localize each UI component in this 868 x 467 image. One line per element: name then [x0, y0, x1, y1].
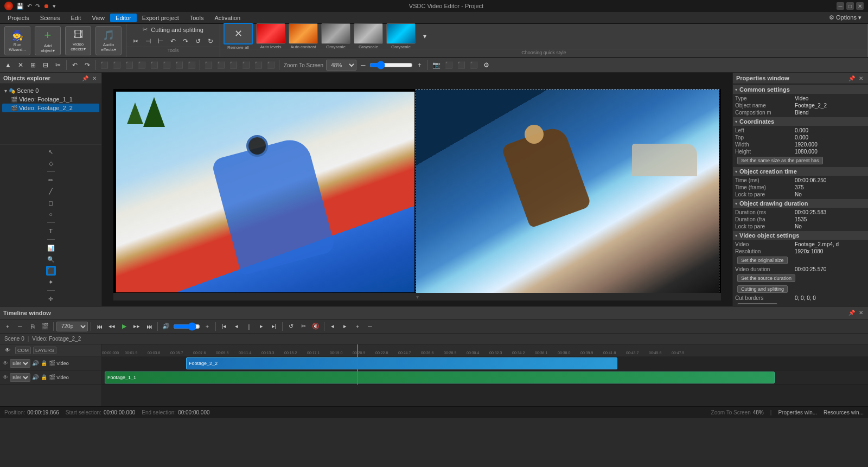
et-undo-btn[interactable]: ↶: [69, 59, 81, 71]
et-align-right-btn[interactable]: ⬛: [123, 59, 135, 71]
et-back-btn[interactable]: ⬛: [240, 59, 252, 71]
tc-forward-btn[interactable]: ⏭: [144, 321, 155, 332]
tc-track-next-btn[interactable]: ▸: [340, 321, 350, 332]
restore-button[interactable]: □: [846, 2, 854, 10]
tc-add-btn[interactable]: +: [2, 321, 13, 332]
oe-ellipse-tool[interactable]: ○: [46, 209, 56, 219]
tl-vol-footage2[interactable]: 🔊: [31, 360, 39, 367]
oe-footage2[interactable]: 🎬 Video: Footage_2_2: [2, 104, 99, 112]
et-align-center-btn[interactable]: ⬛: [111, 59, 123, 71]
oe-chart-tool[interactable]: 📊: [46, 243, 56, 253]
quick-access-record[interactable]: ⏺: [43, 3, 49, 9]
oe-pencil-tool[interactable]: ✏: [46, 175, 56, 185]
qs-dropdown-btn[interactable]: ▾: [419, 30, 431, 42]
tc-prev-frame-btn[interactable]: ◂◂: [106, 321, 117, 332]
menu-scenes[interactable]: Scenes: [35, 14, 66, 22]
quick-access-save[interactable]: 💾: [16, 3, 24, 10]
oe-node-tool[interactable]: ◇: [46, 158, 56, 168]
et-delete-btn[interactable]: ✕: [15, 59, 27, 71]
tl-vol-footage1[interactable]: 🔊: [31, 374, 39, 381]
oe-anim-tool[interactable]: ✦: [46, 277, 56, 287]
same-size-button[interactable]: Set the same size as the parent has: [737, 157, 823, 164]
et-snapshot-btn[interactable]: 📷: [430, 59, 442, 71]
tc-play-btn[interactable]: ▶: [119, 321, 130, 332]
et-redo-btn[interactable]: ↷: [81, 59, 93, 71]
et-color1-btn[interactable]: ⬛: [443, 59, 455, 71]
oe-rect-tool[interactable]: ◻: [46, 198, 56, 208]
tc-zoom-in-btn[interactable]: +: [352, 321, 363, 332]
oe-arrow-tool[interactable]: ↖: [46, 147, 56, 157]
oe-pin-button[interactable]: 📌: [81, 74, 89, 82]
oe-footage1[interactable]: 🎬 Video: Footage_1_1: [2, 95, 99, 104]
qs-grayscale3[interactable]: Grayscale: [386, 23, 416, 49]
tc-volume-slider[interactable]: [173, 323, 200, 330]
layers-button[interactable]: LAYERS: [33, 347, 56, 354]
add-object-button[interactable]: + Addobject▾: [35, 26, 61, 55]
et-deselect-btn[interactable]: ⊟: [40, 59, 52, 71]
oe-magnify-tool[interactable]: 🔍: [46, 254, 56, 264]
sb-resources-win[interactable]: Resources win...: [824, 410, 864, 415]
qs-auto-contrast[interactable]: Auto contrast: [289, 23, 318, 49]
zoom-select[interactable]: 48% 25% 50% 75% 100%: [326, 60, 356, 71]
tb-redo-btn[interactable]: ↷: [180, 35, 192, 47]
et-ungroup-btn[interactable]: ⬛: [215, 59, 227, 71]
tc-rewind-btn[interactable]: ⏮: [94, 321, 105, 332]
prop-object-name-value[interactable]: Footage_2_2: [795, 103, 866, 108]
video-settings-header[interactable]: ▾ Video object settings: [733, 231, 868, 240]
audio-effects-button[interactable]: 🎵 Audioeffects▾: [95, 26, 122, 55]
tc-clip-btn[interactable]: ✂: [298, 321, 309, 332]
tb-undo2-btn[interactable]: ↺: [192, 35, 204, 47]
tl-lock-footage2[interactable]: 🔒: [40, 360, 48, 367]
zoom-in-btn[interactable]: +: [413, 59, 425, 71]
pp-pin-button[interactable]: 📌: [848, 74, 856, 82]
tl-close-button[interactable]: ✕: [857, 309, 865, 317]
et-forward-btn[interactable]: ⬛: [252, 59, 264, 71]
source-duration-button[interactable]: Set the source duration: [737, 274, 795, 282]
menu-activation[interactable]: Activation: [209, 14, 246, 22]
prop-width-value[interactable]: 1920.000: [795, 142, 866, 148]
menu-view[interactable]: View: [86, 14, 110, 22]
qs-auto-levels[interactable]: Auto levels: [256, 23, 285, 49]
tl-eye-footage2[interactable]: 👁: [2, 360, 9, 367]
close-button[interactable]: ✕: [856, 2, 864, 10]
prop-height-value[interactable]: 1080.000: [795, 149, 866, 155]
et-distribute-h-btn[interactable]: ⬛: [173, 59, 185, 71]
tc-loop-btn[interactable]: ↺: [285, 321, 296, 332]
tc-remove-btn[interactable]: ─: [15, 321, 25, 332]
et-align-bottom-btn[interactable]: ⬛: [161, 59, 173, 71]
tl-clip-footage1[interactable]: Footage_1_1: [105, 372, 775, 383]
prop-top-value[interactable]: 0.000: [795, 135, 866, 140]
tb-split-btn[interactable]: ⊣: [142, 35, 154, 47]
qs-grayscale2[interactable]: Grayscale: [354, 23, 383, 49]
video-effects-button[interactable]: 🎞 Videoeffects▾: [65, 26, 91, 55]
tc-split-btn[interactable]: 🎬: [40, 321, 50, 332]
tc-go-end-btn[interactable]: ▸|: [269, 321, 279, 332]
drawing-duration-header[interactable]: ▾ Object drawing duration: [733, 199, 868, 208]
et-align-middle-btn[interactable]: ⬛: [148, 59, 160, 71]
tl-pin-button[interactable]: 📌: [848, 309, 856, 317]
oe-scene0[interactable]: ▾ 🎭 Scene 0: [2, 86, 99, 95]
et-group-btn[interactable]: ⬛: [202, 59, 214, 71]
viewer-scroll[interactable]: ▾: [113, 293, 721, 300]
tl-lock-footage1[interactable]: 🔒: [40, 374, 48, 381]
oe-close-button[interactable]: ✕: [91, 74, 98, 82]
clip-footage1[interactable]: [116, 92, 414, 292]
sb-properties-win[interactable]: Properties win...: [778, 410, 817, 415]
et-cut-btn[interactable]: ✂: [52, 59, 64, 71]
et-front-btn[interactable]: ⬛: [227, 59, 239, 71]
menu-edit[interactable]: Edit: [65, 14, 86, 22]
menu-export-project[interactable]: Export project: [137, 14, 184, 22]
pp-close-button[interactable]: ✕: [857, 74, 865, 82]
original-size-button[interactable]: Set the original size: [737, 257, 788, 264]
et-color3-btn[interactable]: ⬛: [468, 59, 480, 71]
run-wizard-button[interactable]: 🧙 RunWizard...: [4, 26, 30, 55]
tc-prev-mark-btn[interactable]: ◂: [231, 321, 242, 332]
minimize-button[interactable]: ─: [837, 2, 844, 10]
et-align-top-btn[interactable]: ⬛: [136, 59, 148, 71]
menu-tools[interactable]: Tools: [184, 14, 209, 22]
oe-move-tool[interactable]: ✛: [46, 294, 56, 304]
tl-clip-footage2[interactable]: Footage_2_2: [186, 357, 617, 369]
quick-access-redo[interactable]: ↷: [35, 3, 40, 10]
tb-scissors-btn[interactable]: ✂: [130, 35, 142, 47]
tc-mute-btn[interactable]: 🔇: [310, 321, 321, 332]
